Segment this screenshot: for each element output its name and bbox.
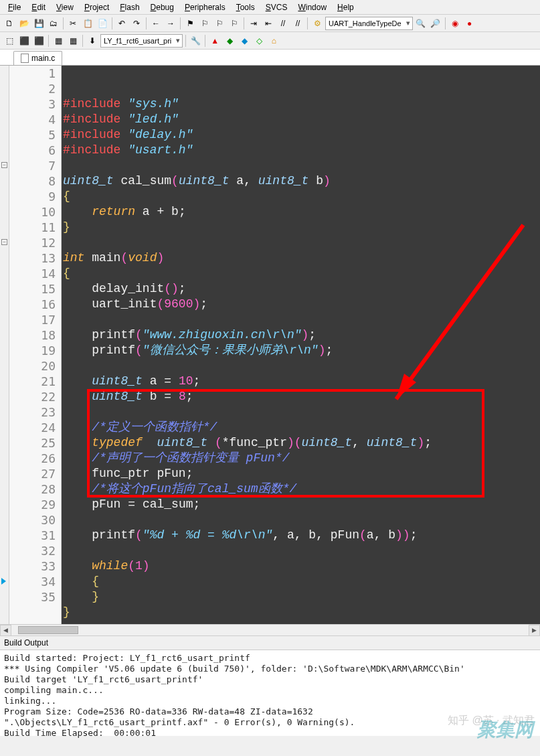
scroll-track[interactable] <box>11 625 529 635</box>
code-line[interactable] <box>63 312 540 327</box>
layers-icon[interactable]: ◆ <box>238 34 251 48</box>
config-icon[interactable]: ⚙ <box>310 17 324 30</box>
code-line[interactable] <box>63 158 540 173</box>
code-line[interactable]: int main(void) <box>63 250 540 266</box>
code-content[interactable]: #include "sys.h"#include "led.h"#include… <box>62 66 540 624</box>
menu-view[interactable]: View <box>51 1 79 13</box>
scroll-thumb[interactable] <box>18 626 78 634</box>
code-line[interactable]: /*将这个pFun指向了cal_sum函数*/ <box>63 481 540 497</box>
code-line[interactable]: #include "usart.h" <box>63 143 540 158</box>
code-line[interactable]: #include "led.h" <box>63 112 540 127</box>
options-icon[interactable]: 🔧 <box>189 34 202 48</box>
copy-icon[interactable]: 📋 <box>81 17 94 30</box>
menu-flash[interactable]: Flash <box>114 1 145 13</box>
fold-toggle-icon[interactable]: − <box>1 162 7 168</box>
code-line[interactable]: printf("%d + %d = %d\r\n", a, b, pFun(a,… <box>63 528 540 543</box>
code-line[interactable]: pFun = cal_sum; <box>63 497 540 512</box>
home-icon[interactable]: ⌂ <box>267 34 280 48</box>
comment-icon[interactable]: // <box>276 17 290 30</box>
code-line[interactable]: uart_init(9600); <box>63 297 540 312</box>
manage-icon[interactable]: ▲ <box>208 34 221 48</box>
menu-help[interactable]: Help <box>332 1 359 13</box>
menu-debug[interactable]: Debug <box>145 1 179 13</box>
code-line[interactable] <box>63 358 540 374</box>
code-line[interactable]: typedef uint8_t (*func_ptr)(uint8_t, uin… <box>63 435 540 451</box>
translate-icon[interactable]: ⬚ <box>3 34 16 48</box>
menu-project[interactable]: Project <box>79 1 114 13</box>
code-line[interactable]: printf("www.zhiguoxin.cn\r\n"); <box>63 327 540 343</box>
open-file-icon[interactable]: 📂 <box>17 17 31 30</box>
indent-icon[interactable]: ⇥ <box>247 17 260 30</box>
code-line[interactable]: /*声明了一个函数指针变量 pFun*/ <box>63 451 540 466</box>
fold-margin[interactable]: −− <box>0 66 9 624</box>
code-line[interactable]: uint8_t b = 8; <box>63 389 540 404</box>
code-line[interactable]: #include "sys.h" <box>63 96 540 112</box>
code-line[interactable] <box>63 235 540 250</box>
code-line[interactable]: uint8_t a = 10; <box>63 374 540 389</box>
line-number: 4 <box>9 112 56 127</box>
menu-file[interactable]: File <box>3 1 26 13</box>
save-icon[interactable]: 💾 <box>32 17 46 30</box>
code-line[interactable]: } <box>63 605 540 620</box>
code-line[interactable]: uint8_t cal_sum(uint8_t a, uint8_t b) <box>63 173 540 189</box>
bookmark-icon[interactable]: ⚑ <box>183 17 197 30</box>
stop-build-icon[interactable]: ▦ <box>66 34 80 48</box>
line-number: 23 <box>9 404 56 420</box>
code-line[interactable] <box>63 512 540 528</box>
code-line[interactable]: } <box>63 220 540 235</box>
find-in-files-icon[interactable]: 🔎 <box>429 17 442 30</box>
code-line[interactable]: { <box>63 189 540 204</box>
target-combo[interactable]: LY_f1_rct6_usart_pri <box>100 34 183 48</box>
menu-svcs[interactable]: SVCS <box>260 1 293 13</box>
batch-build-icon[interactable]: ▦ <box>52 34 65 48</box>
code-line[interactable]: func_ptr pFun; <box>63 466 540 481</box>
uncomment-icon[interactable]: // <box>291 17 304 30</box>
line-number: 22 <box>9 389 56 404</box>
editor-tab-bar: main.c <box>0 50 540 66</box>
bookmark-next-icon[interactable]: ⚐ <box>213 17 226 30</box>
rebuild-icon[interactable]: ⬛ <box>32 34 46 48</box>
books-icon[interactable]: ◆ <box>223 34 236 48</box>
breakpoint-icon[interactable]: ● <box>463 17 476 30</box>
code-line[interactable]: /*定义一个函数指针*/ <box>63 420 540 435</box>
paste-icon[interactable]: 📄 <box>96 17 109 30</box>
cut-icon[interactable]: ✂ <box>66 17 80 30</box>
menu-window[interactable]: Window <box>292 1 332 13</box>
nav-back-icon[interactable]: ← <box>149 17 163 30</box>
menu-tools[interactable]: Tools <box>231 1 260 13</box>
code-line[interactable]: printf("微信公众号：果果小师弟\r\n"); <box>63 343 540 358</box>
code-line[interactable]: { <box>63 574 540 589</box>
code-line[interactable]: #include "delay.h" <box>63 127 540 143</box>
debug-icon[interactable]: ◉ <box>448 17 462 30</box>
code-line[interactable] <box>63 620 540 624</box>
download-icon[interactable]: ⬇ <box>86 34 99 48</box>
save-all-icon[interactable]: 🗂 <box>47 17 60 30</box>
redo-icon[interactable]: ↷ <box>130 17 143 30</box>
menu-peripherals[interactable]: Peripherals <box>179 1 231 13</box>
undo-icon[interactable]: ↶ <box>115 17 128 30</box>
horizontal-scrollbar[interactable]: ◀ ▶ <box>0 624 540 635</box>
outdent-icon[interactable]: ⇤ <box>262 17 275 30</box>
code-line[interactable]: { <box>63 266 540 281</box>
fold-toggle-icon[interactable]: − <box>1 239 7 245</box>
search-combo[interactable]: UART_HandleTypeDe <box>325 17 413 30</box>
bookmark-clear-icon[interactable]: ⚐ <box>228 17 241 30</box>
code-line[interactable]: return a + b; <box>63 204 540 220</box>
line-number: 7 <box>9 158 56 173</box>
build-icon[interactable]: ⬛ <box>17 34 31 48</box>
bookmark-prev-icon[interactable]: ⚐ <box>198 17 211 30</box>
scroll-left-icon[interactable]: ◀ <box>0 625 11 636</box>
code-line[interactable]: while(1) <box>63 558 540 574</box>
code-line[interactable] <box>63 543 540 558</box>
new-file-icon[interactable]: 🗋 <box>3 17 16 30</box>
tab-main-c[interactable]: main.c <box>13 51 62 65</box>
code-editor[interactable]: −− 1234567891011121314151617181920212223… <box>0 66 540 624</box>
code-line[interactable]: delay_init(); <box>63 281 540 297</box>
code-line[interactable] <box>63 404 540 420</box>
find-icon[interactable]: 🔍 <box>414 17 428 30</box>
scroll-right-icon[interactable]: ▶ <box>529 625 540 636</box>
menu-edit[interactable]: Edit <box>26 1 51 13</box>
pack-icon[interactable]: ◇ <box>252 34 266 48</box>
code-line[interactable]: } <box>63 589 540 605</box>
nav-forward-icon[interactable]: → <box>164 17 177 30</box>
